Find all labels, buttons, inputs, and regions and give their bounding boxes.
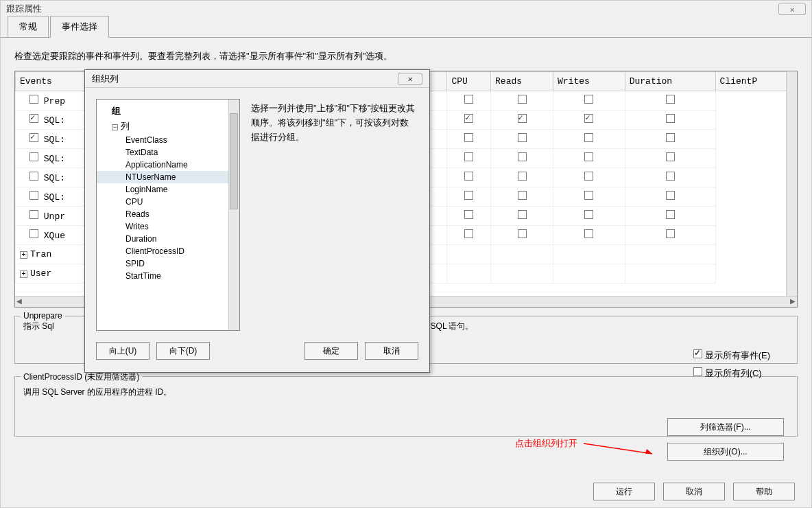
checkbox[interactable] <box>518 152 527 161</box>
tree-item[interactable]: Duration <box>97 233 239 245</box>
column-buttons: 列筛选器(F)... 组织列(O)... <box>667 418 784 467</box>
tree-item[interactable]: Reads <box>97 208 239 220</box>
checkbox[interactable] <box>518 172 527 181</box>
show-all-cols-checkbox[interactable]: 显示所有列(C) <box>693 367 770 380</box>
bottom-buttons: 运行 取消 帮助 <box>593 483 795 500</box>
run-button[interactable]: 运行 <box>593 483 655 500</box>
checkbox[interactable] <box>518 133 527 142</box>
tree-item[interactable]: TextData <box>97 146 239 159</box>
checkbox[interactable] <box>666 114 675 123</box>
titlebar: 跟踪属性 ⨉ <box>1 1 811 17</box>
checkbox[interactable] <box>464 133 473 142</box>
column-header[interactable]: Writes <box>553 72 625 91</box>
checkbox[interactable] <box>464 95 473 104</box>
groupbox2-text: 调用 SQL Server 的应用程序的进程 ID。 <box>23 381 789 398</box>
tree-item[interactable]: LoginName <box>97 183 239 196</box>
checkbox[interactable] <box>666 172 675 181</box>
vertical-scrollbar[interactable] <box>786 71 797 296</box>
annotation-arrow <box>584 440 666 461</box>
checkbox[interactable] <box>464 152 473 161</box>
checkbox[interactable] <box>666 210 675 219</box>
checkbox[interactable] <box>584 114 593 123</box>
tree-col-node[interactable]: −列 <box>97 119 239 134</box>
tree-item[interactable]: SPID <box>97 257 239 270</box>
column-filter-button[interactable]: 列筛选器(F)... <box>667 418 784 436</box>
checkbox[interactable] <box>584 95 593 104</box>
svg-line-0 <box>584 443 652 454</box>
desc-text: 指示 Sql <box>23 321 54 331</box>
checkbox[interactable] <box>518 191 527 200</box>
checkbox[interactable] <box>666 229 675 238</box>
tree-item[interactable]: CPU <box>97 196 239 208</box>
checkbox[interactable] <box>464 114 473 123</box>
organize-columns-button[interactable]: 组织列(O)... <box>667 443 784 461</box>
checkbox[interactable] <box>666 191 675 200</box>
tree-item[interactable]: ApplicationName <box>97 159 239 171</box>
checkbox[interactable] <box>584 210 593 219</box>
checkbox[interactable] <box>584 133 593 142</box>
tree-item[interactable]: Writes <box>97 220 239 233</box>
tree-item[interactable]: EventClass <box>97 134 239 146</box>
tree-item[interactable]: StartTime <box>97 270 239 282</box>
column-header[interactable]: CPU <box>447 72 491 91</box>
column-header[interactable]: Reads <box>491 72 553 91</box>
dialog-cancel-button[interactable]: 取消 <box>365 342 418 360</box>
dialog-close-icon[interactable]: ⨉ <box>398 73 422 85</box>
window-title: 跟踪属性 <box>6 3 42 15</box>
move-down-button[interactable]: 向下(D) <box>156 342 210 360</box>
checkbox[interactable] <box>584 152 593 161</box>
checkbox[interactable] <box>584 191 593 200</box>
checkbox[interactable] <box>666 152 675 161</box>
tree-item[interactable]: ClientProcessID <box>97 245 239 257</box>
annotation-text: 点击组织列打开 <box>515 437 577 450</box>
checkbox[interactable] <box>584 172 593 181</box>
groupbox-legend: Unprepare <box>21 311 65 321</box>
organize-columns-dialog: 组织列 ⨉ 组−列EventClassTextDataApplicationNa… <box>84 69 430 373</box>
checkbox[interactable] <box>518 210 527 219</box>
checkbox[interactable] <box>464 191 473 200</box>
checkbox[interactable] <box>666 133 675 142</box>
svg-marker-1 <box>645 449 652 454</box>
help-button[interactable]: 帮助 <box>733 483 795 500</box>
display-options: 显示所有事件(E) 显示所有列(C) <box>693 344 770 385</box>
trace-properties-window: 跟踪属性 ⨉ 常规 事件选择 检查选定要跟踪的事件和事件列。要查看完整列表，请选… <box>0 0 812 508</box>
ok-button[interactable]: 确定 <box>304 342 358 360</box>
checkbox[interactable] <box>666 95 675 104</box>
checkbox[interactable] <box>584 229 593 238</box>
close-icon[interactable]: ⨉ <box>778 3 806 15</box>
column-header[interactable]: Duration <box>625 72 715 91</box>
checkbox[interactable] <box>464 229 473 238</box>
dialog-titlebar: 组织列 ⨉ <box>85 70 429 88</box>
show-all-events-checkbox[interactable]: 显示所有事件(E) <box>693 349 770 362</box>
column-tree[interactable]: 组−列EventClassTextDataApplicationNameNTUs… <box>96 99 240 331</box>
tree-item[interactable]: NTUserName <box>97 171 239 183</box>
move-up-button[interactable]: 向上(U) <box>96 342 150 360</box>
dialog-title: 组织列 <box>92 73 119 84</box>
instruction-text: 检查选定要跟踪的事件和事件列。要查看完整列表，请选择"显示所有事件"和"显示所有… <box>14 50 798 62</box>
dialog-description: 选择一列并使用"上移"和"下移"按钮更改其顺序。将该列移到"组"下，可按该列对数… <box>248 99 418 331</box>
tree-scrollbar[interactable] <box>228 100 239 330</box>
checkbox[interactable] <box>518 114 527 123</box>
tab-general[interactable]: 常规 <box>8 16 49 37</box>
checkbox[interactable] <box>464 172 473 181</box>
checkbox[interactable] <box>518 229 527 238</box>
tabs: 常规 事件选择 <box>1 17 811 38</box>
checkbox[interactable] <box>518 95 527 104</box>
tab-events[interactable]: 事件选择 <box>50 16 109 38</box>
column-header[interactable]: ClientP <box>715 72 796 91</box>
cancel-button[interactable]: 取消 <box>663 483 725 500</box>
checkbox[interactable] <box>464 210 473 219</box>
tree-group-node[interactable]: 组 <box>97 104 239 119</box>
groupbox2-legend: ClientProcessID (未应用筛选器) <box>21 371 142 383</box>
